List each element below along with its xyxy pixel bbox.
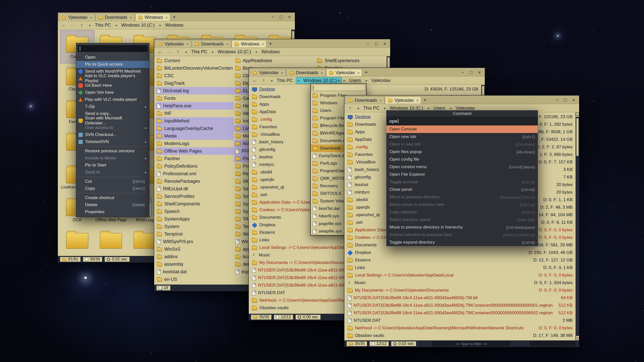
- context-menu-item[interactable]: [78, 146, 147, 147]
- up-button[interactable]: ↑: [78, 22, 85, 28]
- command-item[interactable]: Close panel [Ctrl+W]: [386, 186, 538, 193]
- file-row[interactable]: Professional.xml: [155, 170, 234, 177]
- tab-close-icon[interactable]: ×: [416, 98, 419, 103]
- maximize-button[interactable]: □: [564, 97, 567, 103]
- maximize-button[interactable]: □: [279, 14, 282, 20]
- context-menu-item[interactable]: Open: [76, 54, 149, 61]
- back-button[interactable]: ←: [157, 49, 163, 55]
- command-item[interactable]: Copy selection [Ctrl+C]: [386, 208, 538, 216]
- command-item[interactable]: Move cursor to previous item [Ctrl+Up]: [386, 201, 538, 208]
- tab[interactable]: Downloads ×: [345, 97, 384, 104]
- context-menu-item[interactable]: Properties: [76, 208, 149, 215]
- breadcrumb-item[interactable]: Windows: [254, 49, 283, 55]
- tab-close-icon[interactable]: ×: [262, 42, 264, 46]
- file-row[interactable]: Dropbox D: 230, F: 1043, 46 GB: [345, 249, 575, 256]
- tab-close-icon[interactable]: ×: [186, 42, 189, 46]
- file-row[interactable]: addins: [155, 253, 234, 260]
- file-row[interactable]: ModemLogs: [155, 140, 234, 147]
- maximize-button[interactable]: □: [469, 70, 472, 75]
- tab[interactable]: Windows ×: [232, 40, 267, 48]
- forward-button[interactable]: →: [69, 22, 76, 28]
- tab-close-icon[interactable]: ×: [130, 15, 132, 20]
- titlebar[interactable]: Vjekoslav × Downloads × Windows × + − □ …: [154, 39, 390, 48]
- breadcrumb-item[interactable]: Windows: [158, 22, 186, 28]
- maximize-button[interactable]: □: [375, 41, 378, 47]
- context-menu-filter-input[interactable]: [78, 45, 148, 52]
- back-button[interactable]: ←: [251, 78, 258, 83]
- command-item[interactable]: Open config file: [386, 156, 538, 163]
- grid-item[interactable]: [60, 227, 94, 256]
- breadcrumb-item[interactable]: This PC: [184, 49, 210, 55]
- breadcrumb-item[interactable]: Windows 10 (C:): [114, 22, 158, 28]
- tab[interactable]: Windows ×: [135, 14, 170, 21]
- titlebar[interactable]: Downloads × Vjekoslav × + − □ ×: [344, 96, 579, 104]
- up-button[interactable]: ↑: [260, 78, 267, 83]
- forward-button[interactable]: →: [166, 49, 172, 55]
- file-row[interactable]: BitLockerDiscoveryVolumeContents: [155, 64, 234, 72]
- tab[interactable]: Vjekoslav ×: [250, 69, 286, 76]
- file-row[interactable]: Speech: [155, 208, 234, 215]
- file-row[interactable]: Obsidian vaults D: 17, F: 149, 38 MB: [345, 332, 575, 339]
- titlebar[interactable]: Vjekoslav × Downloads × Windows × + − □ …: [58, 13, 295, 21]
- tab-close-icon[interactable]: ×: [380, 98, 382, 103]
- file-row[interactable]: DtcInstall.log: [155, 87, 234, 95]
- file-row[interactable]: ShellExperiences: [316, 57, 386, 64]
- file-row[interactable]: ServiceProfiles: [155, 193, 234, 200]
- file-row[interactable]: Music D: 0, F: 1, 504 bytes: [345, 279, 575, 287]
- file-row[interactable]: NetHood -> C:\Users\Vjekoslav\AppData\Ro…: [345, 324, 575, 332]
- close-button[interactable]: ×: [478, 70, 481, 75]
- file-row[interactable]: NTUSER.DAT{53b39e88-18c4-11ea-a811-000d3…: [345, 309, 575, 317]
- context-menu-item[interactable]: Pin to Quick access: [76, 61, 149, 68]
- scroll-up-icon[interactable]: ▲: [576, 113, 579, 117]
- scroll-down-icon[interactable]: ▼: [576, 336, 579, 340]
- close-button[interactable]: ×: [572, 97, 575, 103]
- tab-close-icon[interactable]: ×: [226, 42, 228, 46]
- file-row[interactable]: ShellComponents: [155, 200, 234, 208]
- tab-close-icon[interactable]: ×: [166, 15, 168, 20]
- command-item[interactable]: Move to previous directory [Backspace] […: [386, 193, 538, 201]
- context-menu-item[interactable]: Pin to Start: [76, 162, 149, 169]
- file-row[interactable]: HelpPane.exe: [155, 102, 234, 110]
- command-input[interactable]: ope: [386, 117, 538, 125]
- breadcrumb-item[interactable]: Vjekoslav: [364, 77, 394, 84]
- file-row[interactable]: InputMethod: [155, 117, 234, 125]
- command-item[interactable]: Toggle preview [Ctrl+Q]: [386, 178, 538, 186]
- file-row[interactable]: assembly: [155, 260, 234, 268]
- dropdown-filter-input[interactable]: [311, 84, 365, 91]
- tab[interactable]: Vjekoslav ×: [59, 14, 95, 21]
- file-row[interactable]: INF: [155, 110, 234, 117]
- file-row[interactable]: WinSxS: [155, 245, 234, 253]
- file-row[interactable]: NTUSER.DAT{53b39e88-18c4-11ea-a811-000d3…: [345, 302, 575, 309]
- file-row[interactable]: DiagTrack: [155, 79, 234, 87]
- new-tab-button[interactable]: +: [422, 97, 428, 103]
- context-menu-item[interactable]: Open Vim here: [76, 89, 149, 96]
- file-row[interactable]: RemotePackages: [155, 177, 234, 185]
- new-tab-button[interactable]: +: [267, 40, 274, 47]
- file-row[interactable]: LanguageOverlayCache: [155, 125, 234, 132]
- breadcrumb-item[interactable]: This PC: [356, 105, 382, 111]
- scrollbar[interactable]: ▲ ▼: [576, 113, 579, 340]
- file-row[interactable]: Eksterni D: 12, F: 127, 12 GB: [345, 256, 575, 264]
- file-row[interactable]: AppReadiness: [234, 57, 316, 64]
- new-tab-button[interactable]: +: [171, 14, 177, 20]
- file-row[interactable]: Local Settings -> C:\Users\Vjekoslav\App…: [345, 272, 575, 279]
- context-menu-item[interactable]: TortoiseSVN ▸: [76, 138, 149, 145]
- context-menu-item[interactable]: Scan with Microsoft Defender...: [76, 117, 149, 124]
- minimize-button[interactable]: −: [367, 41, 369, 47]
- breadcrumb-item[interactable]: This PC: [269, 77, 296, 84]
- minimize-button[interactable]: −: [555, 97, 558, 103]
- tab-close-icon[interactable]: ×: [90, 15, 92, 20]
- context-menu-item[interactable]: [78, 177, 147, 177]
- file-row[interactable]: bootstat.dat: [155, 268, 234, 276]
- file-row[interactable]: TempInst: [155, 230, 234, 238]
- context-menu-item[interactable]: Send to ▸: [76, 169, 149, 176]
- command-item[interactable]: Select previous panel [Shift+Tab]: [386, 216, 538, 223]
- breadcrumb-item[interactable]: Windows 10 (C:)▾: [296, 77, 342, 84]
- tab[interactable]: Downloads ×: [96, 14, 135, 21]
- file-row[interactable]: NTUSER.DAT 2 MB: [345, 317, 575, 324]
- file-row[interactable]: en-US: [155, 276, 234, 283]
- close-button[interactable]: ×: [383, 41, 386, 47]
- grid-item[interactable]: [94, 227, 128, 256]
- context-menu-item[interactable]: Create shortcut: [76, 194, 149, 201]
- breadcrumb-item[interactable]: This PC: [88, 22, 114, 28]
